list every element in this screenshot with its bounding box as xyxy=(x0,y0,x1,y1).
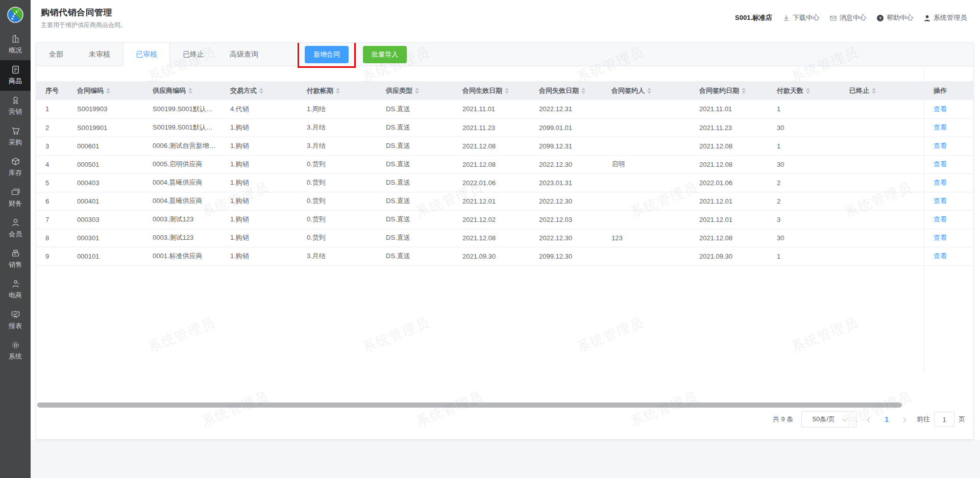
page-size-select[interactable]: 50条/页 xyxy=(801,411,856,427)
cell-actions: 查看 xyxy=(924,210,973,229)
header-link-1[interactable]: 下载中心 xyxy=(782,13,819,22)
column-label: 操作 xyxy=(934,86,947,95)
cell-sign-date: 2021.11.23 xyxy=(690,118,768,137)
current-page-number[interactable]: 1 xyxy=(883,415,891,423)
column-header-supplier-code[interactable]: 供应商编码 xyxy=(143,81,221,100)
table-row: 1S0019903S00199.S001默认供...4.代销1.周结DS.直送2… xyxy=(36,100,973,118)
cell-sign-date: 2021.12.08 xyxy=(690,137,768,155)
view-link[interactable]: 查看 xyxy=(934,197,947,205)
view-link[interactable]: 查看 xyxy=(934,215,947,223)
sidebar-item-label: 报表 xyxy=(9,321,22,331)
page-subtitle: 主要用于维护供应商商品合同。 xyxy=(41,21,127,30)
sort-icon[interactable] xyxy=(806,88,810,94)
column-header-payment-days[interactable]: 付款天数 xyxy=(768,81,840,100)
horizontal-scrollbar-thumb[interactable] xyxy=(37,402,902,408)
cell-effective-date: 2021.12.08 xyxy=(453,137,530,155)
sort-icon[interactable] xyxy=(415,88,419,94)
column-header-signer[interactable]: 合同签约人 xyxy=(602,81,690,100)
view-link[interactable]: 查看 xyxy=(934,160,947,168)
goto-page-input[interactable] xyxy=(934,412,954,427)
toolbar: 新增合同 批量导入 xyxy=(298,43,407,66)
sidebar-item-label: 采购 xyxy=(9,138,22,147)
sidebar-item-2[interactable]: 商品 xyxy=(0,60,31,91)
tab-4[interactable]: 已终止 xyxy=(170,43,217,66)
table-row: 70003030003.测试1231.购销0.货到DS.直送2021.12.02… xyxy=(36,210,973,229)
cell-terminated xyxy=(840,100,924,118)
contracts-table: 序号合同编码供应商编码交易方式付款帐期供应类型合同生效日期合同失效日期合同签约人… xyxy=(36,81,973,266)
cell-supply-type: DS.直送 xyxy=(377,247,453,265)
sidebar-item-6[interactable]: 财务 xyxy=(0,183,31,213)
sidebar-item-4[interactable]: 采购 xyxy=(0,121,31,152)
sidebar-item-9[interactable]: 电商 xyxy=(0,274,31,305)
column-header-contract-code[interactable]: 合同编码 xyxy=(68,81,143,100)
batch-import-button[interactable]: 批量导入 xyxy=(363,46,407,63)
view-link[interactable]: 查看 xyxy=(934,179,947,186)
cell-payment-term: 1.周结 xyxy=(298,100,377,118)
cell-effective-date: 2021.09.30 xyxy=(453,247,530,265)
column-header-terminated[interactable]: 已终止 xyxy=(840,81,924,100)
sort-icon[interactable] xyxy=(505,88,509,94)
sort-icon[interactable] xyxy=(106,88,110,94)
prev-page-button[interactable] xyxy=(865,414,874,425)
cell-payment-days: 2 xyxy=(768,192,840,210)
sidebar-item-10[interactable]: 报表 xyxy=(0,305,31,336)
store-name[interactable]: S001.标准店 xyxy=(735,13,772,22)
view-link[interactable]: 查看 xyxy=(934,123,947,131)
view-link[interactable]: 查看 xyxy=(934,252,947,260)
cell-supplier-code: S00199.S001默认供... xyxy=(143,100,221,118)
horizontal-scrollbar-track xyxy=(37,402,902,408)
column-header-trade-mode[interactable]: 交易方式 xyxy=(221,81,298,100)
column-header-sign-date[interactable]: 合同签约日期 xyxy=(690,81,768,100)
cell-expire-date: 2022.12.30 xyxy=(530,155,602,173)
main-area: 购销代销合同管理 主要用于维护供应商商品合同。 S001.标准店 下载中心消息中… xyxy=(31,0,980,478)
column-label: 合同签约日期 xyxy=(699,86,739,95)
cell-actions: 查看 xyxy=(924,155,973,173)
column-header-expire-date[interactable]: 合同失效日期 xyxy=(530,81,602,100)
cell-signer xyxy=(602,137,690,155)
sort-icon[interactable] xyxy=(647,88,651,94)
view-link[interactable]: 查看 xyxy=(934,105,947,113)
header-link-3[interactable]: ?帮助中心 xyxy=(876,13,913,22)
cell-supplier-code: 0004.晨曦供应商 xyxy=(143,192,221,210)
app-logo[interactable] xyxy=(0,0,31,30)
sidebar-item-11[interactable]: 系统 xyxy=(0,336,31,366)
sort-icon[interactable] xyxy=(336,88,340,94)
sort-icon[interactable] xyxy=(581,88,585,94)
sidebar-item-3[interactable]: 营销 xyxy=(0,91,31,121)
sidebar-item-1[interactable]: 概况 xyxy=(0,30,31,60)
sort-icon[interactable] xyxy=(872,88,876,94)
tab-5[interactable]: 高级查询 xyxy=(217,43,271,66)
header-link-4[interactable]: 系统管理员 xyxy=(923,13,967,22)
cell-actions: 查看 xyxy=(924,192,973,210)
column-header-payment-term[interactable]: 付款帐期 xyxy=(298,81,377,100)
tab-1[interactable]: 全部 xyxy=(36,43,76,66)
header-link-2[interactable]: 消息中心 xyxy=(829,13,866,22)
tab-3[interactable]: 已审核 xyxy=(123,43,170,66)
tab-2[interactable]: 未审核 xyxy=(76,43,123,66)
view-link[interactable]: 查看 xyxy=(934,142,947,149)
page-unit-label: 页 xyxy=(959,415,965,424)
view-link[interactable]: 查看 xyxy=(934,234,947,241)
sort-icon[interactable] xyxy=(742,88,746,94)
sidebar-item-8[interactable]: 销售 xyxy=(0,244,31,274)
column-header-seq: 序号 xyxy=(36,81,68,100)
message-icon xyxy=(829,14,837,22)
sort-icon[interactable] xyxy=(259,88,263,94)
cell-contract-code: 000101 xyxy=(68,247,143,265)
header-link-label: 系统管理员 xyxy=(934,13,967,22)
header-link-label: 下载中心 xyxy=(793,13,819,22)
page-size-value: 50条/页 xyxy=(813,415,835,424)
sidebar-item-5[interactable]: 库存 xyxy=(0,152,31,183)
cell-seq: 8 xyxy=(36,229,68,247)
goto-label: 前往 xyxy=(917,415,930,424)
cell-signer xyxy=(602,192,690,210)
column-header-effective-date[interactable]: 合同生效日期 xyxy=(453,81,530,100)
next-page-button[interactable] xyxy=(899,414,909,425)
add-contract-button[interactable]: 新增合同 xyxy=(305,46,349,63)
sort-icon[interactable] xyxy=(188,88,192,94)
cell-supply-type: DS.直送 xyxy=(377,192,453,210)
tab-bar: 全部未审核已审核已终止高级查询 新增合同 批量导入 xyxy=(36,43,973,66)
sidebar-item-7[interactable]: 会员 xyxy=(0,213,31,244)
header-links: 下载中心消息中心?帮助中心系统管理员 xyxy=(782,13,967,22)
column-header-supply-type[interactable]: 供应类型 xyxy=(377,81,453,100)
